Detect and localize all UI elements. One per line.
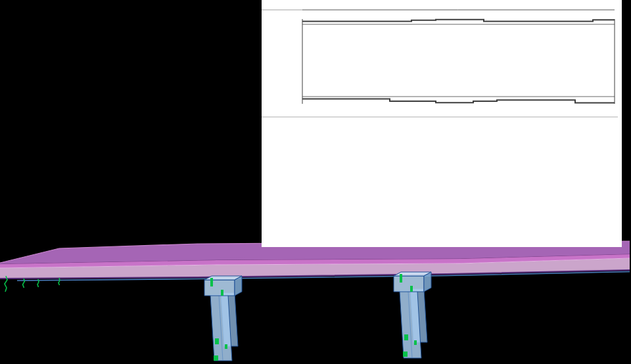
span1-dimension — [302, 1, 457, 3]
elevation-linework — [262, 0, 622, 247]
girder-elevation-panel — [262, 0, 622, 247]
pier-2 — [394, 272, 431, 358]
span2-dimension — [458, 1, 615, 3]
pier-1 — [204, 276, 242, 361]
application-stage — [0, 0, 631, 364]
